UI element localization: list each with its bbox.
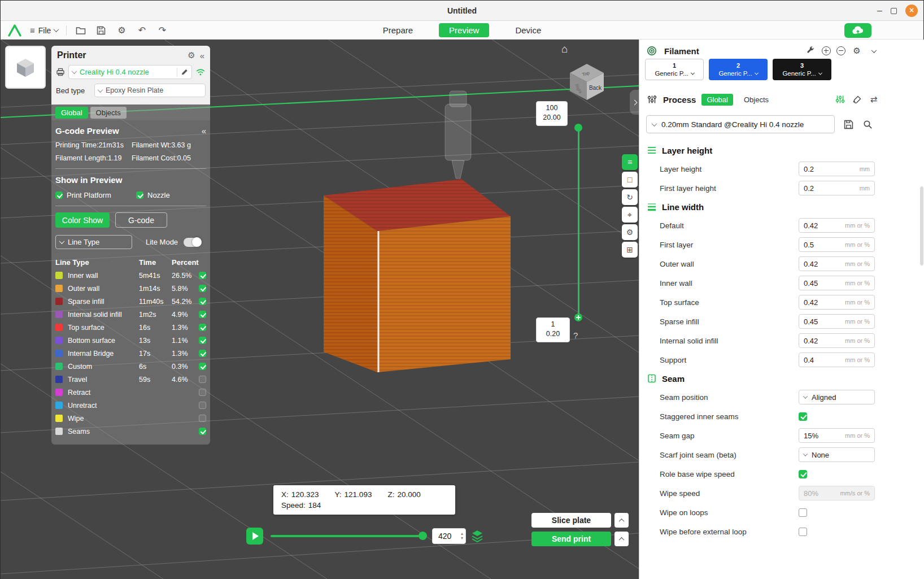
param-value-input[interactable]: 0.45 mm or % <box>799 276 875 290</box>
param-select[interactable]: Aligned <box>799 390 875 404</box>
slice-options-caret[interactable] <box>614 513 629 528</box>
param-checkbox[interactable] <box>799 412 807 421</box>
spin-down-icon[interactable]: ▾ <box>461 536 463 541</box>
chevron-down-icon[interactable] <box>868 45 879 56</box>
send-print-button[interactable]: Send print <box>531 532 611 546</box>
minimize-button[interactable]: – <box>877 7 882 15</box>
layer-slider-top-handle[interactable] <box>574 124 582 132</box>
param-value-input[interactable]: 15% mm or % <box>799 428 875 443</box>
view-tool-button[interactable]: ⚙ <box>622 224 638 240</box>
param-checkbox[interactable] <box>799 470 807 478</box>
scrollbar-thumb[interactable] <box>920 186 923 265</box>
line-type-checkbox[interactable] <box>199 428 206 435</box>
slice-plate-button[interactable]: Slice plate <box>531 513 611 528</box>
line-type-checkbox[interactable] <box>199 272 206 279</box>
save-button[interactable] <box>95 24 107 37</box>
filament-chip[interactable]: 3 Generic P... <box>773 59 831 80</box>
line-type-checkbox[interactable] <box>199 337 206 344</box>
playback-slider[interactable] <box>271 535 424 537</box>
viewport-3d[interactable]: Back Top Right ⌂ ≡ □ ↻ ⌖ ⚙ ⊞ <box>1 40 639 579</box>
search-icon[interactable] <box>862 119 873 130</box>
view-tool-button[interactable]: ↻ <box>622 189 638 205</box>
playback-slider-handle[interactable] <box>419 532 427 540</box>
view-tool-button[interactable]: ≡ <box>622 154 638 170</box>
gcode-button[interactable]: G-code <box>115 212 167 228</box>
scope-tab[interactable]: Objects <box>90 107 127 119</box>
edit-pencil-icon[interactable] <box>181 68 188 76</box>
param-checkbox[interactable] <box>799 508 807 517</box>
line-type-checkbox[interactable] <box>199 415 206 422</box>
show-option-checkbox[interactable] <box>136 191 143 199</box>
line-type-checkbox[interactable] <box>199 311 206 318</box>
wifi-icon[interactable] <box>195 68 206 76</box>
param-value-input[interactable]: 0.2 mm <box>799 181 875 195</box>
redo-button[interactable]: ↷ <box>156 24 168 37</box>
param-value-input[interactable]: 0.42 mm or % <box>799 218 875 233</box>
layers-view-icon[interactable] <box>470 529 484 545</box>
undo-button[interactable]: ↶ <box>136 24 148 37</box>
open-file-button[interactable] <box>75 24 87 37</box>
layer-number-spinner[interactable]: 420 ▴▾ <box>432 528 466 544</box>
layer-slider-bottom-handle[interactable] <box>574 314 582 321</box>
section-header[interactable]: Seam <box>639 369 924 388</box>
process-preset-dropdown[interactable]: 0.20mm Standard @Creality Hi 0.4 nozzle <box>646 115 835 133</box>
param-value-input[interactable]: 0.42 mm or % <box>799 295 875 310</box>
filament-chip[interactable]: 2 Generic P... <box>709 59 768 80</box>
view-tab[interactable]: Preview <box>439 23 489 37</box>
help-icon[interactable]: ? <box>573 330 578 340</box>
view-tool-button[interactable]: ⊞ <box>622 242 638 258</box>
bed-type-dropdown[interactable]: Epoxy Resin Plate <box>94 84 206 97</box>
param-checkbox[interactable] <box>799 528 807 536</box>
settings-gear-icon[interactable]: ⚙ <box>115 24 128 37</box>
param-value-input[interactable]: 80% mm/s or % <box>799 486 875 500</box>
play-button[interactable] <box>246 528 263 545</box>
plate-thumbnail[interactable] <box>5 46 46 89</box>
send-options-caret[interactable] <box>614 532 629 546</box>
spinner-arrows[interactable]: ▴▾ <box>461 532 463 541</box>
filament-chip[interactable]: 1 Generic P... <box>645 59 704 80</box>
advanced-mode-icon[interactable] <box>834 94 845 105</box>
cloud-sync-button[interactable] <box>844 23 871 38</box>
view-tab[interactable]: Device <box>505 23 551 37</box>
panel-expand-handle[interactable] <box>630 90 639 115</box>
process-scope-tab[interactable]: Global <box>701 94 733 106</box>
process-scope-tab[interactable]: Objects <box>739 94 774 106</box>
close-button[interactable]: × <box>905 5 918 17</box>
param-select[interactable]: None <box>799 447 875 462</box>
param-value-input[interactable]: 0.2 mm <box>799 162 875 176</box>
collapse-panel-icon[interactable]: « <box>200 51 204 60</box>
paint-brush-icon[interactable] <box>851 94 862 105</box>
line-type-checkbox[interactable] <box>199 402 206 409</box>
line-type-dropdown[interactable]: Line Type <box>55 235 132 249</box>
param-value-input[interactable]: 0.45 mm or % <box>799 314 875 329</box>
layer-slider-track[interactable] <box>578 128 579 317</box>
printer-preset-dropdown[interactable]: Creality Hi 0.4 nozzle <box>68 65 192 79</box>
lite-mode-toggle[interactable] <box>184 238 202 247</box>
view-tool-button[interactable]: □ <box>622 172 638 188</box>
line-type-checkbox[interactable] <box>199 350 206 357</box>
line-type-checkbox[interactable] <box>199 389 206 396</box>
view-tab[interactable]: Prepare <box>373 23 423 37</box>
param-value-input[interactable]: 0.42 mm or % <box>799 333 875 348</box>
file-menu[interactable]: ≡ File <box>30 25 58 35</box>
filament-settings-gear-icon[interactable]: ⚙ <box>851 45 862 56</box>
param-value-input[interactable]: 0.42 mm or % <box>799 256 875 271</box>
show-option[interactable]: Nozzle <box>136 191 170 199</box>
home-view-icon[interactable]: ⌂ <box>561 43 568 55</box>
line-type-checkbox[interactable] <box>199 324 206 331</box>
line-type-checkbox[interactable] <box>199 363 206 370</box>
line-type-checkbox[interactable] <box>199 285 206 292</box>
section-header[interactable]: Layer height <box>639 141 924 159</box>
show-option-checkbox[interactable] <box>55 191 63 199</box>
scope-tab[interactable]: Global <box>55 107 88 119</box>
compare-presets-icon[interactable]: ⇄ <box>868 94 879 105</box>
param-value-input[interactable]: 0.5 mm or % <box>799 237 875 252</box>
show-option[interactable]: Print Platform <box>55 191 136 199</box>
add-filament-button[interactable] <box>822 46 831 55</box>
view-tool-button[interactable]: ⌖ <box>622 207 638 223</box>
param-value-input[interactable]: 0.4 mm or % <box>799 352 875 367</box>
filament-wrench-icon[interactable] <box>805 45 816 56</box>
collapse-section-icon[interactable]: « <box>202 126 206 136</box>
model-preview-cube[interactable] <box>324 179 511 372</box>
section-header[interactable]: Line width <box>639 198 924 216</box>
